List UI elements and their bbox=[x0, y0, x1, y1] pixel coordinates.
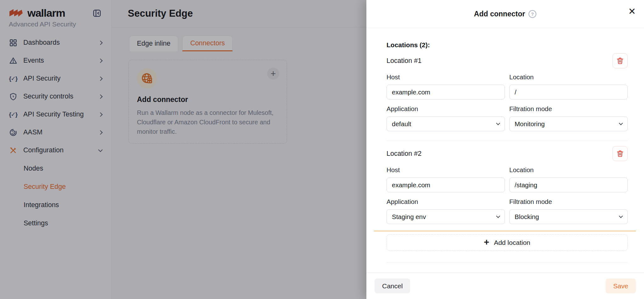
delete-location-1-button[interactable] bbox=[613, 53, 628, 68]
location-label: Location bbox=[509, 73, 628, 81]
location-1-fields: Host Location Application Filtration mod… bbox=[387, 68, 628, 131]
application-select[interactable]: default bbox=[387, 116, 505, 131]
add-connector-modal: Add connector ? ✕ Locations (2): Locatio… bbox=[366, 0, 644, 299]
filtration-mode-label: Filtration mode bbox=[509, 105, 628, 113]
select-value: default bbox=[392, 120, 411, 128]
host-input[interactable] bbox=[387, 85, 505, 99]
modal-header: Add connector ? ✕ bbox=[366, 0, 644, 28]
application-select[interactable]: Staging env bbox=[387, 209, 505, 224]
location-label: Location bbox=[509, 166, 628, 174]
add-location-label: Add location bbox=[494, 239, 530, 246]
location-title: Location #1 bbox=[387, 57, 421, 65]
filtration-mode-select[interactable]: Monitoring bbox=[509, 116, 628, 131]
filtration-mode-label: Filtration mode bbox=[509, 198, 628, 206]
filtration-mode-select[interactable]: Blocking bbox=[509, 209, 628, 224]
location-input[interactable] bbox=[509, 85, 628, 99]
add-location-button[interactable]: + Add location bbox=[387, 234, 628, 251]
help-icon[interactable]: ? bbox=[528, 10, 536, 18]
location-input[interactable] bbox=[509, 178, 628, 192]
plus-icon: + bbox=[484, 238, 489, 247]
modal-title: Add connector bbox=[474, 10, 525, 18]
modal-footer: Cancel Save bbox=[366, 273, 644, 299]
modal-body: Locations (2): Location #1 Host Location… bbox=[366, 28, 644, 273]
chevron-down-icon bbox=[619, 214, 623, 218]
select-value: Staging env bbox=[392, 213, 426, 221]
cancel-button[interactable]: Cancel bbox=[375, 279, 410, 293]
location-divider bbox=[387, 141, 628, 141]
location-2-header: Location #2 bbox=[387, 146, 628, 161]
save-button[interactable]: Save bbox=[606, 279, 636, 293]
location-1-header: Location #1 bbox=[387, 53, 628, 68]
location-2-fields: Host Location Application Filtration mod… bbox=[387, 161, 628, 224]
close-icon[interactable]: ✕ bbox=[628, 7, 636, 16]
select-value: Monitoring bbox=[515, 120, 545, 128]
chevron-down-icon bbox=[496, 214, 500, 218]
locations-heading: Locations (2): bbox=[387, 41, 628, 49]
select-value: Blocking bbox=[515, 213, 539, 221]
chevron-down-icon bbox=[496, 121, 500, 125]
application-label: Application bbox=[387, 198, 505, 206]
application-label: Application bbox=[387, 105, 505, 113]
host-label: Host bbox=[387, 73, 505, 81]
host-label: Host bbox=[387, 166, 505, 174]
form-bottom-divider bbox=[387, 262, 628, 262]
delete-location-2-button[interactable] bbox=[613, 146, 628, 161]
highlight-divider bbox=[374, 231, 636, 231]
host-input[interactable] bbox=[387, 178, 505, 192]
location-title: Location #2 bbox=[387, 150, 421, 158]
chevron-down-icon bbox=[619, 121, 623, 125]
trash-icon bbox=[616, 150, 624, 158]
trash-icon bbox=[616, 57, 624, 65]
